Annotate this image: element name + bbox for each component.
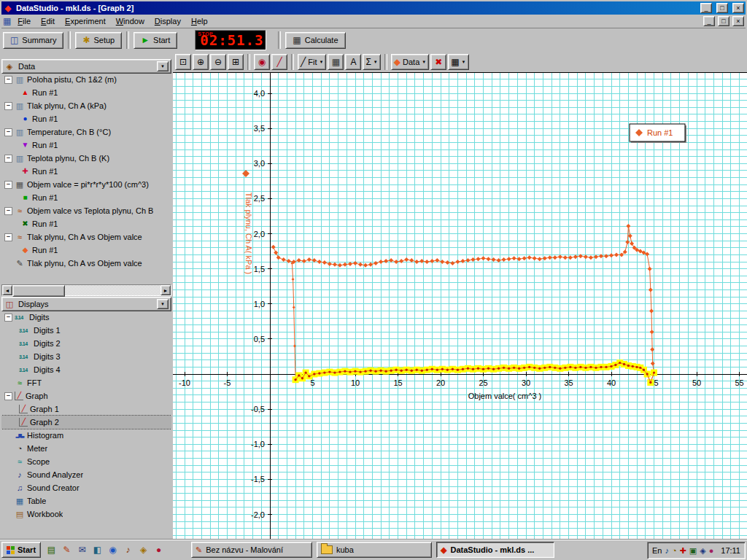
data-item[interactable]: −≈Objem valce vs Teplota plynu, Ch B bbox=[1, 204, 171, 217]
display-subitem[interactable]: ╱Graph 2 bbox=[1, 416, 171, 429]
collapse-icon[interactable]: − bbox=[4, 181, 12, 189]
delete-button[interactable]: ✖ bbox=[430, 54, 446, 70]
start-button[interactable]: ► Start bbox=[133, 32, 177, 49]
zoom-in-button[interactable]: ⊕ bbox=[193, 54, 209, 70]
restore-button[interactable]: □ bbox=[716, 3, 728, 13]
task-button-paint[interactable]: ✎ Bez názvu - Malování bbox=[191, 542, 312, 558]
mdi-close-button[interactable]: × bbox=[732, 16, 744, 26]
chevron-down-icon[interactable]: ▼ bbox=[374, 60, 378, 64]
data-item[interactable]: −≈Tlak plynu, Ch A vs Objem valce bbox=[1, 230, 171, 244]
text-tool-button[interactable]: A bbox=[345, 54, 361, 70]
menu-experiment[interactable]: Experiment bbox=[60, 15, 111, 27]
browser-icon[interactable]: ◉ bbox=[107, 544, 119, 556]
summary-button[interactable]: ◫ Summary bbox=[3, 32, 63, 49]
chevron-down-icon[interactable]: ▼ bbox=[462, 60, 466, 64]
data-item[interactable]: −▥Teplota plynu, Ch B (K) bbox=[1, 152, 171, 165]
calculate-tool-button[interactable]: ▦ bbox=[328, 54, 344, 70]
collapse-icon[interactable]: − bbox=[4, 233, 12, 241]
mdi-minimize-button[interactable]: _ bbox=[703, 16, 715, 26]
display-item[interactable]: ♫Sound Creator bbox=[1, 481, 171, 494]
displays-panel-header[interactable]: ◫ Displays ▼ bbox=[1, 297, 171, 311]
scale-to-fit-button[interactable]: ⊡ bbox=[175, 54, 191, 70]
scrollbar-track[interactable] bbox=[12, 285, 160, 295]
minimize-button[interactable]: _ bbox=[700, 3, 712, 13]
data-run-item[interactable]: ■Run #1 bbox=[1, 191, 171, 204]
data-run-item[interactable]: ▲Run #1 bbox=[1, 86, 171, 99]
document-icon[interactable]: ▤ bbox=[45, 544, 58, 556]
displays-panel-menu-button[interactable]: ▼ bbox=[157, 299, 169, 309]
menu-file[interactable]: File bbox=[12, 15, 36, 27]
update-icon[interactable]: ● bbox=[709, 547, 714, 555]
menu-display[interactable]: Display bbox=[150, 15, 186, 27]
mail-icon[interactable]: ✉ bbox=[76, 544, 88, 556]
data-run-item[interactable]: ✚Run #1 bbox=[1, 165, 171, 178]
task-button-datastudio[interactable]: ◆ DataStudio - mkl.ds ... bbox=[436, 542, 554, 558]
display-item[interactable]: ≈Scope bbox=[1, 455, 171, 468]
close-button[interactable]: × bbox=[732, 3, 744, 13]
antivirus-icon[interactable]: ✚ bbox=[680, 547, 686, 555]
collapse-icon[interactable]: − bbox=[4, 155, 12, 163]
display-subitem[interactable]: 3.14Digits 2 bbox=[1, 337, 171, 350]
scrollbar-thumb[interactable] bbox=[12, 285, 65, 297]
display-item[interactable]: −3.14Digits bbox=[1, 311, 171, 324]
statistics-button[interactable]: Σ▼ bbox=[363, 54, 380, 70]
display-subitem[interactable]: 3.14Digits 1 bbox=[1, 324, 171, 337]
globe-icon[interactable]: ● bbox=[152, 544, 165, 556]
display-item[interactable]: ▂▆▃Histogram bbox=[1, 429, 171, 442]
data-item[interactable]: −▥Poloha pistu, Ch 1&2 (m) bbox=[1, 73, 171, 86]
setup-button[interactable]: ✱ Setup bbox=[75, 32, 122, 49]
display-item[interactable]: ≈FFT bbox=[1, 376, 171, 389]
keyboard-language-indicator[interactable]: En bbox=[652, 546, 662, 555]
display-subitem[interactable]: 3.14Digits 4 bbox=[1, 363, 171, 376]
collapse-icon[interactable]: − bbox=[4, 207, 12, 215]
data-horizontal-scrollbar[interactable]: ◄ ► bbox=[1, 284, 171, 296]
pen-icon[interactable]: ✎ bbox=[61, 544, 73, 556]
menu-window[interactable]: Window bbox=[111, 15, 150, 27]
data-run-item[interactable]: ▼Run #1 bbox=[1, 139, 171, 152]
collapse-icon[interactable]: − bbox=[4, 392, 12, 400]
display-subitem[interactable]: 3.14Digits 3 bbox=[1, 350, 171, 363]
calculate-button[interactable]: ▦ Calculate bbox=[285, 32, 345, 49]
collapse-icon[interactable]: − bbox=[4, 76, 12, 84]
start-menu-button[interactable]: Start bbox=[1, 542, 41, 558]
media-icon[interactable]: ♪ bbox=[122, 544, 134, 556]
display-item[interactable]: ◔Meter bbox=[1, 442, 171, 455]
chevron-down-icon[interactable]: ▼ bbox=[319, 60, 323, 64]
display-item[interactable]: ▤Workbook bbox=[1, 508, 171, 521]
data-item[interactable]: −▦Objem valce = pi*r*r*y*100 (cm^3) bbox=[1, 178, 171, 191]
scroll-left-button[interactable]: ◄ bbox=[2, 285, 12, 295]
zoom-select-button[interactable]: ⊞ bbox=[228, 54, 244, 70]
data-run-item[interactable]: ●Run #1 bbox=[1, 112, 171, 125]
menu-edit[interactable]: Edit bbox=[36, 15, 60, 27]
desktop-icon[interactable]: ◧ bbox=[91, 544, 104, 556]
slope-tool-button[interactable]: ╱ bbox=[271, 54, 287, 70]
chevron-down-icon[interactable]: ▼ bbox=[422, 60, 426, 64]
data-run-item[interactable]: ✖Run #1 bbox=[1, 217, 171, 230]
mdi-restore-button[interactable]: □ bbox=[718, 16, 729, 26]
network-icon[interactable]: ◈ bbox=[700, 547, 705, 555]
display-subitem[interactable]: ╱Graph 1 bbox=[1, 402, 171, 416]
data-panel-header[interactable]: ◈ Data ▼ bbox=[1, 59, 171, 74]
display-icon[interactable]: ▣ bbox=[689, 547, 697, 555]
data-menu-button[interactable]: ◆Data▼ bbox=[391, 54, 429, 70]
scheduler-icon[interactable]: ◔ bbox=[672, 547, 677, 555]
display-item[interactable]: −╱Graph bbox=[1, 389, 171, 402]
menu-help[interactable]: Help bbox=[186, 15, 213, 27]
data-panel-menu-button[interactable]: ▼ bbox=[157, 61, 169, 71]
data-item[interactable]: −▥Temperature, Ch B (°C) bbox=[1, 125, 171, 139]
data-run-item[interactable]: ◆Run #1 bbox=[1, 244, 171, 257]
graph-settings-button[interactable]: ▦▼ bbox=[448, 54, 468, 70]
collapse-icon[interactable]: − bbox=[4, 314, 12, 322]
collapse-icon[interactable]: − bbox=[4, 128, 12, 136]
scroll-right-button[interactable]: ► bbox=[160, 285, 171, 295]
collapse-icon[interactable]: − bbox=[4, 102, 12, 110]
data-item[interactable]: ✎Tlak plynu, Ch A vs Objem valce bbox=[1, 257, 171, 270]
data-item[interactable]: −▥Tlak plynu, Ch A (kPa) bbox=[1, 99, 171, 112]
zoom-out-button[interactable]: ⊖ bbox=[210, 54, 226, 70]
graph-plot-area[interactable]: -10-55101520253035404550554,03,53,02,52,… bbox=[173, 73, 747, 540]
money-icon[interactable]: ◈ bbox=[137, 544, 150, 556]
smart-tool-button[interactable]: ◉ bbox=[254, 54, 270, 70]
display-item[interactable]: ♪Sound Analyzer bbox=[1, 468, 171, 481]
task-button-folder[interactable]: kuba bbox=[317, 542, 432, 558]
display-item[interactable]: ▦Table bbox=[1, 494, 171, 508]
